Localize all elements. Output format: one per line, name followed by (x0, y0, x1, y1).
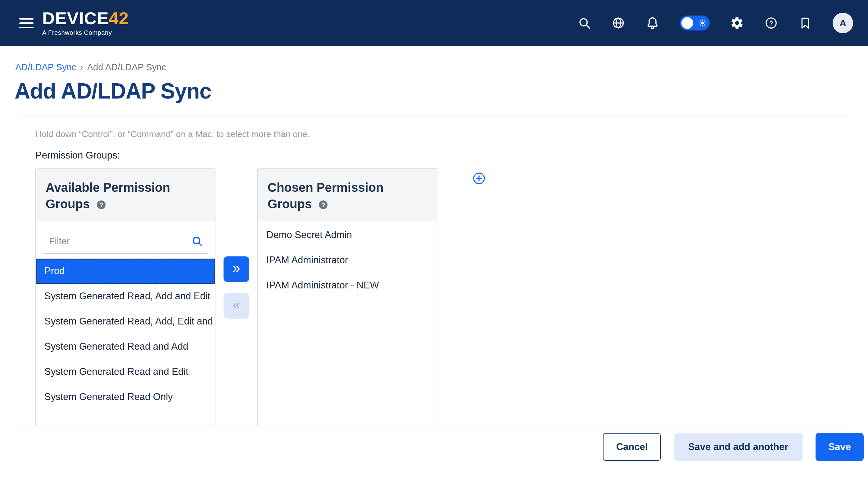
filter-input[interactable] (41, 229, 210, 254)
permission-groups-label: Permission Groups: (35, 150, 851, 161)
help-icon[interactable]: ? (764, 16, 778, 30)
toggle-knob (681, 17, 693, 29)
navbar-actions: ? A (578, 13, 853, 33)
available-item[interactable]: System Generated Read and Edit (36, 359, 215, 385)
multiselect-hint: Hold down “Control”, or “Command” on a M… (35, 129, 851, 139)
breadcrumb-current: Add AD/LDAP Sync (87, 62, 166, 73)
available-item[interactable]: System Generated Read Only (36, 385, 215, 410)
form-card: Hold down “Control”, or “Command” on a M… (17, 117, 851, 426)
available-item[interactable]: System Generated Read and Add (36, 334, 215, 359)
top-navbar: DEVICE42 A Freshworks Company ? A (0, 0, 868, 46)
gear-icon[interactable] (730, 16, 744, 30)
chosen-help-icon[interactable]: ? (319, 200, 328, 209)
bell-icon[interactable] (646, 16, 659, 30)
permission-groups-picker: Available Permission Groups ? ProdSystem… (35, 168, 851, 426)
sun-icon (698, 18, 708, 28)
available-permission-groups-panel: Available Permission Groups ? ProdSystem… (35, 168, 215, 426)
brand-logo[interactable]: DEVICE42 A Freshworks Company (42, 10, 129, 36)
theme-toggle[interactable] (680, 16, 710, 30)
breadcrumb-separator: › (80, 62, 83, 73)
bookmark-icon[interactable] (799, 16, 812, 30)
available-panel-body: ProdSystem Generated Read, Add and EditS… (36, 229, 215, 410)
available-item[interactable]: Prod (36, 259, 215, 284)
chosen-item[interactable]: IPAM Administrator - NEW (258, 273, 437, 298)
available-help-icon[interactable]: ? (97, 200, 105, 209)
chosen-list: Demo Secret AdminIPAM AdministratorIPAM … (258, 221, 437, 298)
remove-all-button[interactable]: « (223, 293, 249, 319)
brand-tagline: A Freshworks Company (42, 29, 129, 36)
available-list: ProdSystem Generated Read, Add and EditS… (36, 259, 215, 410)
mover-controls: » « (223, 256, 249, 319)
brand-name: DEVICE (42, 8, 109, 28)
breadcrumb-link-adldap-sync[interactable]: AD/LDAP Sync (15, 62, 76, 73)
save-and-add-another-button[interactable]: Save and add another (674, 433, 803, 461)
svg-text:?: ? (769, 20, 773, 27)
chosen-item[interactable]: Demo Secret Admin (258, 223, 437, 248)
cancel-button[interactable]: Cancel (603, 433, 661, 461)
chosen-item[interactable]: IPAM Administrator (258, 248, 437, 273)
page-title: Add AD/LDAP Sync (14, 79, 868, 104)
available-item[interactable]: System Generated Read, Add, Edit and Del… (36, 309, 215, 334)
avatar[interactable]: A (833, 13, 853, 33)
globe-icon[interactable] (612, 16, 625, 30)
available-item[interactable]: System Generated Read, Add and Edit (36, 284, 215, 309)
brand-name-accent: 42 (109, 8, 129, 28)
choose-all-button[interactable]: » (223, 256, 249, 282)
menu-icon[interactable] (19, 18, 34, 28)
add-permission-group-icon[interactable] (472, 172, 486, 185)
available-panel-title: Available Permission Groups (45, 180, 170, 211)
search-icon[interactable] (578, 16, 591, 30)
chosen-panel-header: Chosen Permission Groups ? (258, 169, 437, 221)
breadcrumb: AD/LDAP Sync › Add AD/LDAP Sync (15, 62, 868, 73)
chosen-permission-groups-panel: Chosen Permission Groups ? Demo Secret A… (257, 168, 437, 426)
available-panel-header: Available Permission Groups ? (36, 169, 215, 221)
save-button[interactable]: Save (815, 433, 864, 461)
footer-actions: Cancel Save and add another Save (0, 426, 868, 467)
